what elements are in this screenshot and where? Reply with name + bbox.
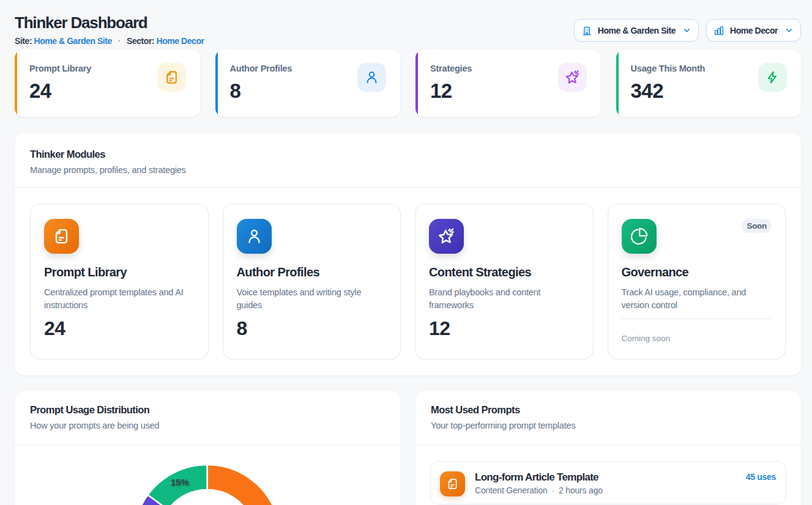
svg-text:15%: 15% xyxy=(170,477,188,487)
